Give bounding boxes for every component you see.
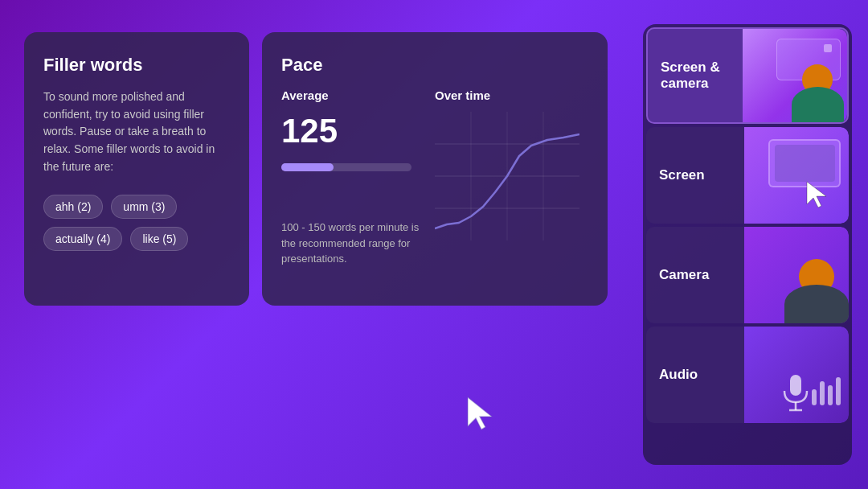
pace-card: Pace Average 125 100 - 150 words per min… (262, 32, 608, 306)
filler-words-card: Filler words To sound more polished and … (24, 32, 249, 306)
filler-tag-actually[interactable]: actually (4) (43, 227, 122, 251)
pace-average-section: Average 125 100 - 150 words per minute i… (281, 88, 435, 267)
sidebar-item-screen-camera-preview (743, 29, 847, 122)
sidebar: Screen &camera Screen (643, 24, 852, 465)
filler-tag-umm[interactable]: umm (3) (111, 195, 177, 219)
filler-tags-container: ahh (2) umm (3) actually (4) like (5) (43, 195, 230, 251)
audio-preview-bg (744, 327, 849, 423)
person-body-sc (792, 87, 844, 122)
microphone-icon (781, 373, 810, 413)
pace-chart (435, 112, 579, 240)
svg-rect-7 (790, 375, 801, 396)
audio-bars-icon (810, 373, 845, 413)
svg-rect-12 (828, 385, 833, 405)
pace-sections: Average 125 100 - 150 words per minute i… (281, 88, 588, 267)
pace-bar-fill (281, 163, 334, 171)
pace-title: Pace (281, 55, 588, 76)
filler-tag-ahh[interactable]: ahh (2) (43, 195, 103, 219)
camera-preview-bg (744, 227, 849, 323)
filler-words-description: To sound more polished and confident, tr… (43, 88, 230, 175)
panels-area: Filler words To sound more polished and … (24, 24, 627, 465)
svg-marker-14 (468, 397, 492, 429)
screen-laptop-inner (775, 145, 835, 182)
sidebar-item-audio-label: Audio (659, 367, 698, 383)
sidebar-item-audio[interactable]: Audio (646, 327, 849, 423)
sidebar-item-screen-preview (744, 127, 849, 224)
main-container: Filler words To sound more polished and … (0, 0, 868, 489)
sidebar-item-camera-label: Camera (659, 267, 709, 283)
pace-bar-track (281, 163, 411, 171)
screen-camera-preview-bg (743, 29, 847, 122)
filler-words-title: Filler words (43, 55, 230, 76)
pace-overtime-section: Over time (435, 88, 588, 267)
cursor-overlay (466, 396, 495, 434)
chart-svg (435, 112, 579, 240)
sidebar-item-screen-camera[interactable]: Screen &camera (646, 27, 849, 124)
svg-marker-6 (807, 182, 826, 208)
svg-rect-10 (812, 389, 817, 405)
pace-description: 100 - 150 words per minute is the recomm… (281, 220, 435, 267)
camera-person-body (784, 285, 849, 323)
pace-overtime-label: Over time (435, 88, 588, 102)
screen-preview-bg (744, 127, 849, 224)
pace-average-value: 125 (281, 112, 435, 150)
sidebar-item-camera[interactable]: Camera (646, 227, 849, 323)
main-cursor-icon (466, 396, 495, 431)
sidebar-item-screen-label: Screen (659, 167, 705, 183)
sidebar-item-screen-camera-label: Screen &camera (661, 60, 720, 92)
sidebar-item-screen[interactable]: Screen (646, 127, 849, 224)
filler-tag-like[interactable]: like (5) (130, 227, 188, 251)
svg-rect-13 (836, 377, 841, 405)
sidebar-item-audio-preview (744, 327, 849, 423)
svg-rect-11 (820, 381, 825, 405)
person-preview-sc (789, 51, 844, 122)
pace-average-label: Average (281, 88, 435, 102)
sidebar-item-camera-preview (744, 227, 849, 323)
screen-cursor-icon (804, 179, 837, 212)
camera-person (784, 243, 849, 323)
